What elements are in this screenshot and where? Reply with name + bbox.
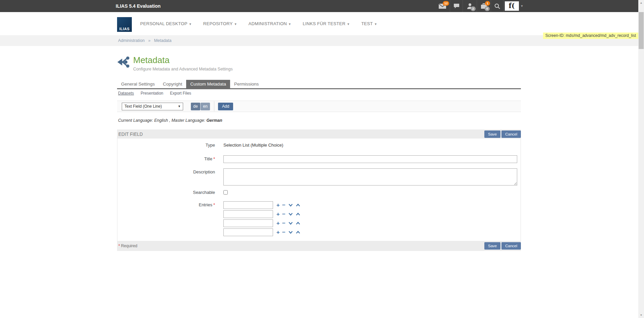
top-icon-strip: 12 2 1 0 f( ▼ xyxy=(435,0,524,12)
cancel-button[interactable]: Cancel xyxy=(501,130,521,138)
required-asterisk: * xyxy=(213,202,215,207)
description-label: Description xyxy=(117,169,215,174)
entry-row: + − xyxy=(223,219,300,227)
searchable-label: Searchable xyxy=(117,190,215,195)
lang-de-button[interactable]: de xyxy=(191,103,200,110)
chevron-down-icon: ▼ xyxy=(234,22,237,26)
remove-entry-icon[interactable]: − xyxy=(282,229,285,236)
panel-footer: *Required Save Cancel xyxy=(117,241,521,251)
searchable-checkbox[interactable] xyxy=(223,190,228,195)
breadcrumb-administration[interactable]: Administration xyxy=(118,38,145,43)
tab-custom-metadata[interactable]: Custom Metadata xyxy=(186,80,230,88)
description-textarea[interactable] xyxy=(223,168,517,186)
page: ILIAS 5.4 Evaluation 12 2 1 0 f( xyxy=(0,0,644,318)
remove-entry-icon[interactable]: − xyxy=(282,220,285,227)
entry-input-1[interactable] xyxy=(223,201,273,209)
user-menu-button[interactable]: f( ▼ xyxy=(503,0,524,12)
nav-administration[interactable]: ADMINISTRATION▼ xyxy=(249,21,291,26)
ilias-logo[interactable]: ILIAS xyxy=(117,17,132,32)
move-down-icon[interactable] xyxy=(288,204,293,207)
main-nav: PERSONAL DESKTOP▼ REPOSITORY▼ ADMINISTRA… xyxy=(140,12,377,35)
save-button[interactable]: Save xyxy=(484,242,500,250)
chat-icon xyxy=(453,3,460,9)
scrollbar-thumb[interactable] xyxy=(639,12,644,49)
subtab-bar: Datasets Presentation Export Files xyxy=(118,91,191,96)
entry-input-4[interactable] xyxy=(223,228,273,236)
move-up-icon[interactable] xyxy=(296,213,300,216)
nav-test[interactable]: TEST▼ xyxy=(361,21,377,26)
required-asterisk: * xyxy=(213,156,215,161)
user-badge: 2 xyxy=(471,6,476,11)
field-type-select[interactable]: Text Field (One Line) xyxy=(122,103,183,110)
chevron-down-icon: ▼ xyxy=(347,22,350,26)
mail-button[interactable]: 12 xyxy=(435,0,450,12)
chevron-down-icon: ▼ xyxy=(374,22,377,26)
tab-permissions[interactable]: Permissions xyxy=(230,80,263,88)
field-type-select-wrap: Text Field (One Line) ▼ xyxy=(122,103,183,110)
add-entry-icon[interactable]: + xyxy=(276,229,280,236)
top-bar: ILIAS 5.4 Evaluation 12 2 1 0 f( xyxy=(0,0,638,12)
entry-row: + − xyxy=(223,228,300,236)
tab-bar: General Settings Copyright Custom Metada… xyxy=(117,80,521,89)
nav-personal-desktop[interactable]: PERSONAL DESKTOP▼ xyxy=(140,21,192,26)
page-head: Metadata Configure Metadata and Advanced… xyxy=(117,55,233,71)
title-label: Title* xyxy=(117,156,215,161)
language-info: Current Language: English , Master Langu… xyxy=(118,118,222,123)
search-icon xyxy=(494,3,500,9)
panel-title: EDIT FIELD xyxy=(118,131,143,137)
breadcrumb: Administration » Metadata xyxy=(118,35,171,46)
background-tasks-button[interactable]: 1 0 xyxy=(477,0,491,12)
nav-repository[interactable]: REPOSITORY▼ xyxy=(203,21,237,26)
tab-copyright[interactable]: Copyright xyxy=(159,80,186,88)
entry-row: + − xyxy=(223,210,300,218)
page-title: Metadata xyxy=(133,55,233,65)
panel-body: Type Selection List (Multiple Choice) Ti… xyxy=(117,139,521,241)
add-entry-icon[interactable]: + xyxy=(276,211,280,218)
title-input[interactable] xyxy=(223,155,517,163)
subtab-datasets[interactable]: Datasets xyxy=(118,91,134,96)
toolbar-separator xyxy=(214,101,214,111)
move-down-icon[interactable] xyxy=(288,231,293,234)
move-down-icon[interactable] xyxy=(288,213,293,216)
add-entry-icon[interactable]: + xyxy=(276,220,280,227)
move-up-icon[interactable] xyxy=(296,204,300,207)
move-up-icon[interactable] xyxy=(296,222,300,225)
language-info-prefix: Current Language: xyxy=(118,118,154,123)
chat-button[interactable] xyxy=(450,0,463,12)
breadcrumb-separator: » xyxy=(148,38,151,43)
language-info-master: German xyxy=(206,118,222,123)
subtab-export-files[interactable]: Export Files xyxy=(170,91,191,96)
toolbar: Text Field (One Line) ▼ de en Add xyxy=(117,101,521,112)
move-up-icon[interactable] xyxy=(296,231,300,234)
edit-field-panel: EDIT FIELD Save Cancel Type Selection Li… xyxy=(117,129,521,251)
panel-header: EDIT FIELD Save Cancel xyxy=(117,129,521,139)
header-band: ILIAS PERSONAL DESKTOP▼ REPOSITORY▼ ADMI… xyxy=(0,12,638,35)
metadata-icon xyxy=(117,56,130,68)
chevron-down-icon: ▼ xyxy=(288,22,291,26)
page-subtitle: Configure Metadata and Advanced Metadata… xyxy=(133,67,233,71)
nav-links-fuer-tester[interactable]: LINKS FÜR TESTER▼ xyxy=(303,21,350,26)
remove-entry-icon[interactable]: − xyxy=(282,211,285,218)
app-title: ILIAS 5.4 Evaluation xyxy=(116,0,161,12)
save-button[interactable]: Save xyxy=(484,130,500,138)
move-down-icon[interactable] xyxy=(288,222,293,225)
lang-en-button[interactable]: en xyxy=(201,103,210,110)
scroll-down-arrow[interactable]: ▼ xyxy=(638,312,644,318)
entry-input-2[interactable] xyxy=(223,210,273,218)
tab-general-settings[interactable]: General Settings xyxy=(117,80,159,88)
chevron-down-icon: ▼ xyxy=(189,22,192,26)
entry-row: + − xyxy=(223,201,300,209)
subtab-presentation[interactable]: Presentation xyxy=(141,91,163,96)
who-is-online-button[interactable]: 2 xyxy=(463,0,477,12)
entry-input-3[interactable] xyxy=(223,219,273,227)
cancel-button[interactable]: Cancel xyxy=(501,242,521,250)
scroll-up-arrow[interactable]: ▲ xyxy=(638,0,644,6)
avatar: f( xyxy=(505,1,519,11)
add-entry-icon[interactable]: + xyxy=(276,202,280,209)
chevron-down-icon: ▼ xyxy=(521,4,524,8)
search-button[interactable] xyxy=(491,0,503,12)
remove-entry-icon[interactable]: − xyxy=(282,202,285,209)
breadcrumb-metadata[interactable]: Metadata xyxy=(154,38,171,43)
add-button[interactable]: Add xyxy=(218,103,233,110)
mail-badge: 12 xyxy=(443,1,449,6)
